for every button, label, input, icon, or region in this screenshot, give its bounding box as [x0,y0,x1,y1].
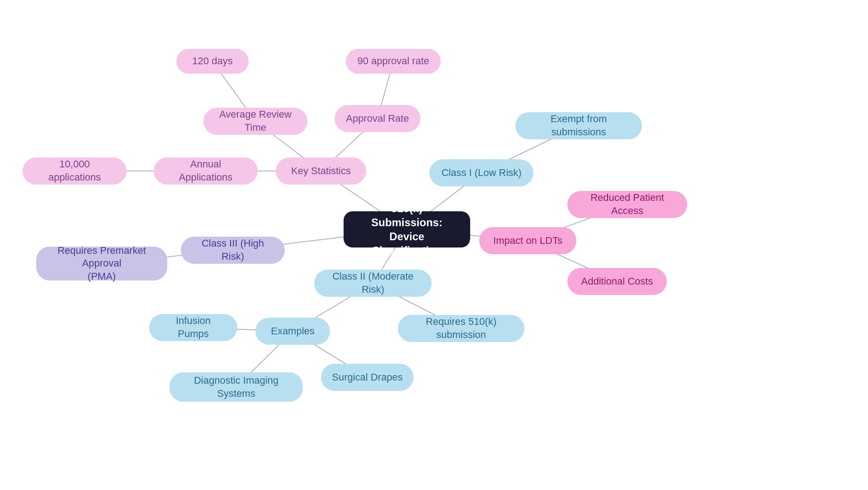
impact-ldts-label: Impact on LDTs [493,234,562,247]
class1-node: Class I (Low Risk) [429,159,533,186]
infusion-pumps-node: Infusion Pumps [149,314,237,341]
annual-applications-node: Annual Applications [154,157,258,185]
impact-ldts-node: Impact on LDTs [479,227,576,254]
central-label: 510(k) Submissions: Device Classificatio… [354,201,459,258]
additional-costs-node: Additional Costs [567,268,667,295]
class1-label: Class I (Low Risk) [441,167,521,180]
central-node: 510(k) Submissions: Device Classificatio… [344,211,470,247]
average-review-time-label: Average Review Time [214,108,297,134]
class3-label: Class III (High Risk) [192,237,274,263]
infusion-pumps-label: Infusion Pumps [160,314,226,340]
surgical-drapes-node: Surgical Drapes [321,364,414,391]
pma-label: Requires Premarket Approval (PMA) [47,244,156,283]
additional-costs-label: Additional Costs [581,275,653,288]
class2-node: Class II (Moderate Risk) [314,270,432,297]
pma-node: Requires Premarket Approval (PMA) [36,247,167,281]
key-statistics-node: Key Statistics [276,157,366,185]
applications-10000-node: 10,000 applications [23,157,127,185]
applications-10000-label: 10,000 applications [33,158,116,184]
diagnostic-imaging-label: Diagnostic Imaging Systems [180,374,292,400]
approval-rate-node: Approval Rate [335,105,420,132]
diagnostic-imaging-node: Diagnostic Imaging Systems [170,372,303,402]
days-120-node: 120 days [176,49,249,74]
requires-510k-label: Requires 510(k) submission [409,315,514,341]
examples-label: Examples [271,325,315,338]
annual-applications-label: Annual Applications [165,158,247,184]
key-statistics-label: Key Statistics [291,165,351,178]
approval-rate-label: Approval Rate [346,112,409,125]
rate-90-node: 90 approval rate [346,49,441,74]
class3-node: Class III (High Risk) [181,237,285,264]
exempt-node: Exempt from submissions [515,112,642,139]
rate-90-label: 90 approval rate [358,55,429,68]
average-review-time-node: Average Review Time [203,108,307,135]
exempt-label: Exempt from submissions [526,113,631,138]
requires-510k-node: Requires 510(k) submission [398,315,524,342]
surgical-drapes-label: Surgical Drapes [332,371,403,384]
class2-label: Class II (Moderate Risk) [325,270,421,296]
examples-node: Examples [255,318,330,345]
reduced-access-label: Reduced Patient Access [578,191,676,217]
days-120-label: 120 days [192,55,232,68]
reduced-access-node: Reduced Patient Access [567,191,687,218]
